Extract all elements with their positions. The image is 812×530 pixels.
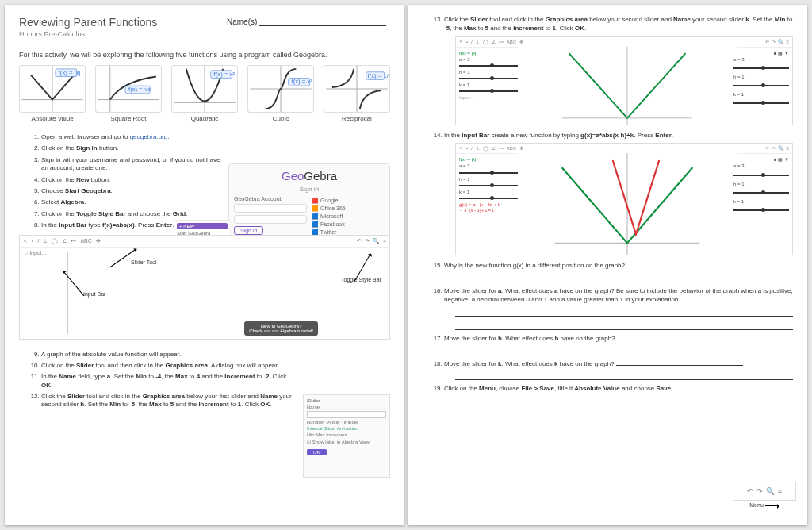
menu-label: Menu [749,502,764,508]
input-13[interactable]: Input... [459,94,521,101]
step-4: Click on the New button. [41,176,225,184]
geogebra-link[interactable]: geogebra.org [130,133,168,140]
tool-perp-icon[interactable]: ⊥ [43,238,48,244]
var-h: h = 1 [459,69,521,75]
dlg-tabs: Interval Slider Animation [307,426,386,431]
eq-sqrt: f(x) = √x [128,86,151,93]
undo2-icon[interactable]: ↶ [747,487,753,495]
prov-o365[interactable]: 🟧 Office 365 [312,205,385,212]
func-quad: f(x) = x² Quadratic [171,65,238,122]
eq-recip: f(x) = 1/x [368,72,389,79]
tool-move2-icon[interactable]: ✥ [96,238,101,244]
t13-slider-icon[interactable]: ⊷ [499,39,504,45]
t13-perp-icon[interactable]: ⊥ [476,39,480,45]
redo2-icon[interactable]: ↷ [756,487,763,495]
fig-step13: ↖•/⊥◯∠⊷ABC✥↶↷🔍≡ f(x) = |x| a = 3 h = 1 k… [455,36,793,125]
tutorial-hint: New to GeoGebra? Check out our Algebra t… [244,321,318,336]
step-12: Click the Slider tool and click in the G… [41,393,297,409]
func-cubic: f(x) = x³ Cubic [247,65,314,122]
prov-ms[interactable]: 🟦 Microsoft [312,213,385,220]
t13-angle-icon[interactable]: ∠ [492,39,496,45]
signin-heading: Sign in [234,186,385,193]
thumb-recip: f(x) = 1/x [324,65,390,113]
new-button[interactable]: + NEW [177,223,228,229]
password-field[interactable] [234,215,307,224]
tool-text-icon[interactable]: ABC [80,238,91,244]
tool-circle-icon[interactable]: ◯ [52,238,58,244]
prov-google[interactable]: 🟥 Google [312,198,385,204]
doc-subtitle: Honors Pre-Calculus [19,30,390,38]
eq-abs: f(x) = |x| [59,69,81,76]
name-blank[interactable] [259,25,386,26]
answer-line-16a[interactable] [455,308,793,317]
tool-slider-icon[interactable]: ⊷ [71,238,76,244]
dlg-types: Number · Angle · Integer [307,420,386,424]
t13-undo-icon[interactable]: ↶ [765,39,769,45]
var-a: a = 3 [459,56,521,63]
input-bar-label: Input Bar [83,291,105,297]
step-16: Move the slider for a. What effect does … [444,287,793,330]
search-icon[interactable]: 🔍 [373,238,380,244]
tool-angle-icon[interactable]: ∠ [62,238,67,244]
step-13: Click the Slider tool and click in the G… [444,16,793,125]
menu-icon[interactable]: ≡ [383,238,386,244]
step-11: In the Name field, type a. Set the Min t… [41,373,297,390]
step-7: Click on the Toggle Style Bar and choose… [41,210,225,218]
step-3: Sign in with your username and password,… [41,156,225,173]
var-k: k = 1 [459,82,521,88]
t13-line-icon[interactable]: / [471,39,473,45]
tool-move-icon[interactable]: ↖ [23,238,28,244]
var-f: f(x) = |x| [459,50,521,56]
graphics-sliders-14: ■ ▦ ▼ a = 3 h = 1 k = 1 [730,153,792,255]
dlg-name: Name [307,405,386,409]
prov-fb[interactable]: 🟦 Facebook [312,221,385,228]
plot-14[interactable] [518,153,737,255]
dlg-check[interactable]: ☑ Show label in Algebra View [307,439,386,444]
email-field[interactable] [234,204,307,213]
step-9: A graph of the absolute value function w… [41,351,297,359]
answer-line-17[interactable] [455,347,793,355]
tool-point-icon[interactable]: • [32,238,33,244]
intro-text: For this activity, we will be exploring … [19,51,390,59]
t13-move-icon[interactable]: ↖ [459,39,463,45]
menu-callout: ↶↷🔍≡ Menu [733,482,796,508]
step-18: Move the slider for k. What effect does … [444,360,793,381]
hamburger-icon[interactable]: ≡ [778,487,782,495]
tool-line-icon[interactable]: / [37,238,39,244]
geogebra-logo: GeoGebra [234,169,385,182]
answer-line-16b[interactable] [455,321,793,330]
name-field: Name(s) [227,17,386,26]
signin-button[interactable]: Sign in [234,226,263,235]
eq-quad: f(x) = x² [214,71,236,78]
plot-13[interactable] [518,47,737,125]
t13-circ-icon[interactable]: ◯ [483,39,488,45]
search2-icon[interactable]: 🔍 [766,487,775,495]
thumb-cubic: f(x) = x³ [247,65,314,113]
t13-menu-icon[interactable]: ≡ [786,39,789,45]
function-gallery: f(x) = |x| Absolute Value f(x) = √x Squa… [19,65,390,122]
cap-recip: Reciprocal [324,115,390,122]
eq-cubic: f(x) = x³ [292,78,313,85]
step-2: Click on the Sign in button. [41,144,225,152]
name-input[interactable] [307,411,386,418]
t13-redo-icon[interactable]: ↷ [772,39,776,45]
redo-icon[interactable]: ↷ [365,238,370,244]
cap-abs: Absolute Value [19,115,86,122]
ok-button[interactable]: OK [307,449,327,455]
t13-point-icon[interactable]: • [466,39,468,45]
answer-line-18[interactable] [455,371,793,380]
cap-cubic: Cubic [247,115,314,122]
dlg-minmax: Min Max Increment [307,432,386,437]
menu-icons: ↶↷🔍≡ [733,482,796,501]
step-10: Click on the Slider tool and then click … [41,362,297,370]
func-sqrt: f(x) = √x Square Root [95,65,162,122]
answer-line-15[interactable] [455,274,793,282]
input-label: ○ Input... [25,250,47,255]
undo-icon[interactable]: ↶ [357,238,362,244]
slider-tool-label: Slider Tool [131,259,157,265]
step-6: Select Algebra. [41,198,225,206]
func-abs: f(x) = |x| Absolute Value [19,65,86,122]
cap-sqrt: Square Root [95,115,162,122]
step-15: Why is the new function g(x) in a differ… [444,262,793,282]
steps-block-2: A graph of the absolute value function w… [19,351,297,409]
